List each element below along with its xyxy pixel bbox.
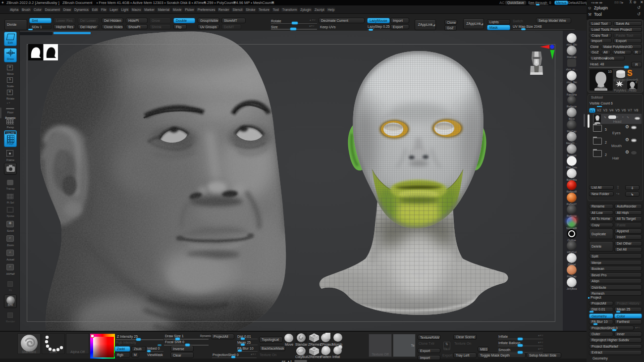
- svg-text:zbro_m…: zbro_m…: [566, 68, 577, 71]
- svg-text:MatCap: MatCap: [567, 55, 577, 58]
- svg-text:JellyBea: JellyBea: [567, 287, 577, 290]
